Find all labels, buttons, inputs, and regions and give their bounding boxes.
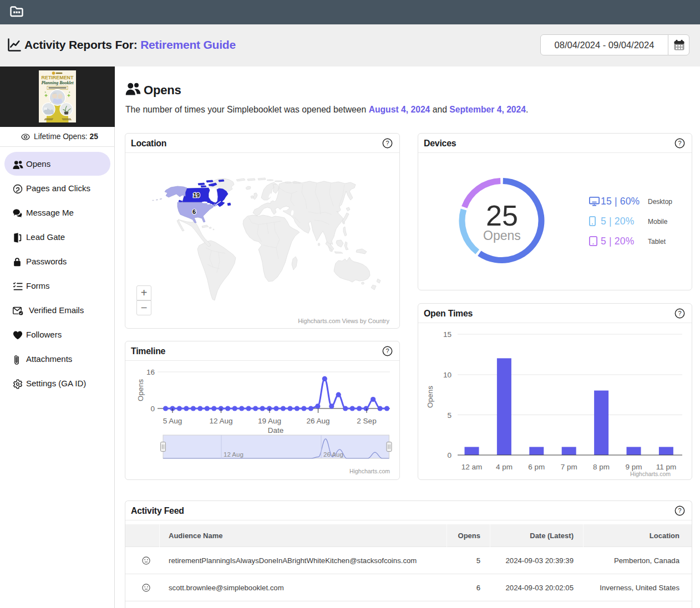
svg-text:12 am: 12 am bbox=[461, 463, 483, 471]
svg-text:?: ? bbox=[678, 140, 681, 146]
svg-text:6 pm: 6 pm bbox=[528, 463, 545, 471]
svg-text:26 Aug: 26 Aug bbox=[323, 451, 343, 458]
svg-text:?: ? bbox=[678, 310, 681, 316]
svg-text:0: 0 bbox=[447, 451, 452, 459]
svg-text:0: 0 bbox=[150, 405, 155, 413]
svg-text:?: ? bbox=[385, 348, 389, 354]
svg-text:5: 5 bbox=[447, 411, 452, 420]
svg-text:4 pm: 4 pm bbox=[496, 463, 513, 471]
svg-text:26 Aug: 26 Aug bbox=[306, 417, 329, 425]
svg-text:16: 16 bbox=[146, 368, 155, 376]
svg-text:8 pm: 8 pm bbox=[593, 463, 610, 471]
svg-text:12 Aug: 12 Aug bbox=[224, 451, 244, 458]
svg-text:Opens: Opens bbox=[426, 386, 434, 408]
svg-text:RETIREMENT: RETIREMENT bbox=[42, 74, 74, 80]
svg-text:?: ? bbox=[385, 140, 389, 146]
svg-text:Opens: Opens bbox=[136, 379, 145, 401]
svg-text:5 Aug: 5 Aug bbox=[163, 417, 182, 425]
svg-text:9 pm: 9 pm bbox=[625, 463, 642, 471]
svg-text:12 Aug: 12 Aug bbox=[209, 417, 232, 425]
svg-text:6: 6 bbox=[192, 208, 196, 215]
svg-text:7 pm: 7 pm bbox=[561, 463, 577, 471]
svg-text:2 Sep: 2 Sep bbox=[357, 417, 376, 425]
svg-text:?: ? bbox=[678, 507, 681, 514]
svg-text:19 Aug: 19 Aug bbox=[258, 417, 281, 425]
svg-text:11 pm: 11 pm bbox=[656, 463, 677, 471]
svg-text:Planning Booklet: Planning Booklet bbox=[41, 80, 74, 85]
svg-text:10: 10 bbox=[443, 371, 452, 379]
svg-text:Highcharts.com: Highcharts.com bbox=[630, 471, 671, 477]
svg-text:15: 15 bbox=[443, 330, 452, 339]
svg-text:Highcharts.com: Highcharts.com bbox=[349, 468, 390, 474]
svg-text:Date: Date bbox=[268, 426, 284, 435]
svg-text:19: 19 bbox=[193, 192, 200, 198]
